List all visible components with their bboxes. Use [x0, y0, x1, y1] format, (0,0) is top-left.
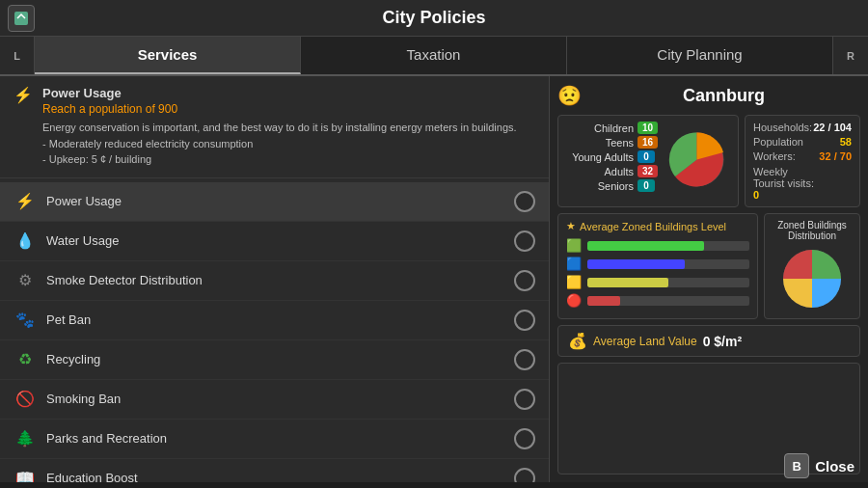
bar-bg-2 [587, 259, 749, 269]
policy-name-parks: Parks and Recreation [46, 431, 514, 446]
page-title: City Policies [382, 8, 485, 27]
households-label: Households: [753, 122, 812, 133]
policy-item-smoking-ban[interactable]: 🚫 Smoking Ban [0, 380, 549, 420]
bar-bg-3 [587, 278, 749, 287]
parks-icon: 🌲 [14, 427, 37, 450]
zoned-dist-pie [778, 245, 846, 312]
teens-label: Teens [566, 137, 634, 149]
city-stats-row: Children 10 Teens 16 Young Adults 0 [557, 115, 860, 207]
selected-policy-title: Power Usage [42, 86, 517, 100]
pop-row-adults: Adults 32 [566, 165, 658, 177]
smoking-ban-icon: 🚫 [14, 388, 37, 411]
policy-toggle-smoke-detector[interactable] [514, 270, 535, 291]
close-bar: B Close [784, 453, 854, 478]
policy-name-pet-ban: Pet Ban [46, 312, 514, 327]
selected-policy-desc: Energy conservation is important, and th… [42, 120, 517, 168]
bar-icon-2: 🟦 [566, 257, 583, 271]
policy-toggle-pet-ban[interactable] [514, 310, 535, 331]
bar-icon-3: 🟨 [566, 275, 583, 289]
policy-name-power-usage: Power Usage [46, 194, 514, 208]
bar-fill-4 [587, 296, 620, 306]
land-value-value: 0 $/m² [703, 334, 742, 349]
workers-label: Workers: [753, 150, 796, 162]
zoned-buildings-row: ★ Average Zoned Buildings Level 🟩 🟦 [557, 213, 860, 319]
star-icon: ★ [566, 220, 576, 232]
main-layout: ⚡ Power Usage Reach a population of 900 … [0, 76, 868, 482]
policy-item-power-usage[interactable]: ⚡ Power Usage [0, 182, 549, 222]
workers-value: 32 / 70 [819, 150, 852, 162]
policy-item-parks[interactable]: 🌲 Parks and Recreation [0, 420, 549, 459]
policy-toggle-parks[interactable] [514, 428, 535, 449]
land-value-label: Average Land Value [593, 335, 697, 348]
zoned-level-box: ★ Average Zoned Buildings Level 🟩 🟦 [557, 213, 758, 319]
education-icon: 📖 [14, 467, 37, 483]
population-label: Population [753, 136, 803, 148]
bar-fill-2 [587, 259, 685, 269]
adults-badge: 32 [637, 165, 658, 177]
policy-name-smoking-ban: Smoking Ban [46, 392, 514, 406]
bar-fill-3 [587, 278, 668, 287]
stat-households: Households: 22 / 104 [753, 122, 852, 133]
policy-name-water-usage: Water Usage [46, 233, 514, 248]
policy-item-smoke-detector[interactable]: ⚙ Smoke Detector Distribution [0, 261, 549, 301]
tabs-bar: L Services Taxation City Planning R [0, 37, 868, 76]
zoned-distribution-box: Zoned Buildings Distribution [764, 213, 860, 319]
bar-row-2: 🟦 [566, 257, 749, 271]
land-value-box: 💰 Average Land Value 0 $/m² [557, 325, 860, 357]
city-name: Cannburg [587, 86, 860, 106]
bar-icon-1: 🟩 [566, 238, 583, 253]
city-name-bar: 😟 Cannburg [557, 84, 860, 107]
power-usage-icon: ⚡ [14, 190, 37, 213]
policy-name-smoke-detector: Smoke Detector Distribution [46, 273, 514, 287]
stats-box: Households: 22 / 104 Population 58 Worke… [745, 115, 860, 207]
pop-row-children: Children 10 [566, 122, 658, 134]
zoned-dist-title: Zoned Buildings Distribution [773, 220, 852, 241]
pop-row-young-adults: Young Adults 0 [566, 150, 658, 163]
policy-toggle-education[interactable] [514, 468, 535, 483]
teens-badge: 16 [637, 136, 658, 149]
dollar-icon: 💰 [568, 332, 587, 350]
tab-taxation[interactable]: Taxation [301, 37, 567, 74]
bar-row-4: 🔴 [566, 293, 749, 308]
policy-item-education[interactable]: 📖 Education Boost [0, 459, 549, 483]
seniors-badge: 0 [637, 179, 655, 192]
left-panel: ⚡ Power Usage Reach a population of 900 … [0, 76, 550, 482]
young-adults-label: Young Adults [566, 151, 634, 163]
seniors-label: Seniors [566, 180, 634, 192]
city-mood-icon: 😟 [557, 84, 582, 107]
children-label: Children [566, 122, 634, 134]
right-panel: 😟 Cannburg Children 10 Teens [550, 76, 868, 482]
tab-services[interactable]: Services [35, 37, 301, 74]
adults-label: Adults [566, 166, 634, 177]
smoke-detector-icon: ⚙ [14, 269, 37, 292]
tab-right-corner: R [833, 37, 868, 74]
policy-item-water-usage[interactable]: 💧 Water Usage [0, 222, 549, 261]
pop-row-teens: Teens 16 [566, 136, 658, 149]
policy-toggle-power-usage[interactable] [514, 191, 535, 212]
water-usage-icon: 💧 [14, 230, 37, 253]
population-value: 58 [840, 136, 852, 148]
stat-population: Population 58 [753, 136, 852, 148]
window-icon [8, 5, 35, 32]
pop-row-seniors: Seniors 0 [566, 179, 658, 192]
policy-item-pet-ban[interactable]: 🐾 Pet Ban [0, 301, 549, 340]
policy-toggle-smoking-ban[interactable] [514, 389, 535, 410]
title-bar: City Policies [0, 0, 868, 37]
tab-city-planning[interactable]: City Planning [567, 37, 833, 74]
lightning-icon: ⚡ [14, 86, 33, 104]
population-box: Children 10 Teens 16 Young Adults 0 [557, 115, 739, 207]
bar-bg-1 [587, 241, 749, 251]
policy-item-recycling[interactable]: ♻ Recycling [0, 340, 549, 380]
recycling-icon: ♻ [14, 348, 37, 371]
bar-icon-4: 🔴 [566, 293, 583, 308]
policy-toggle-recycling[interactable] [514, 349, 535, 370]
bar-fill-1 [587, 241, 704, 251]
bar-row-3: 🟨 [566, 275, 749, 289]
selected-policy-subtitle: Reach a population of 900 [42, 102, 517, 116]
stat-tourist-section: Weekly Tourist visits: 0 [753, 166, 852, 201]
tab-left-corner: L [0, 37, 35, 74]
close-button-label[interactable]: Close [815, 458, 854, 474]
policy-toggle-water-usage[interactable] [514, 230, 535, 252]
bar-row-1: 🟩 [566, 238, 749, 253]
tourist-value: 0 [753, 189, 852, 201]
